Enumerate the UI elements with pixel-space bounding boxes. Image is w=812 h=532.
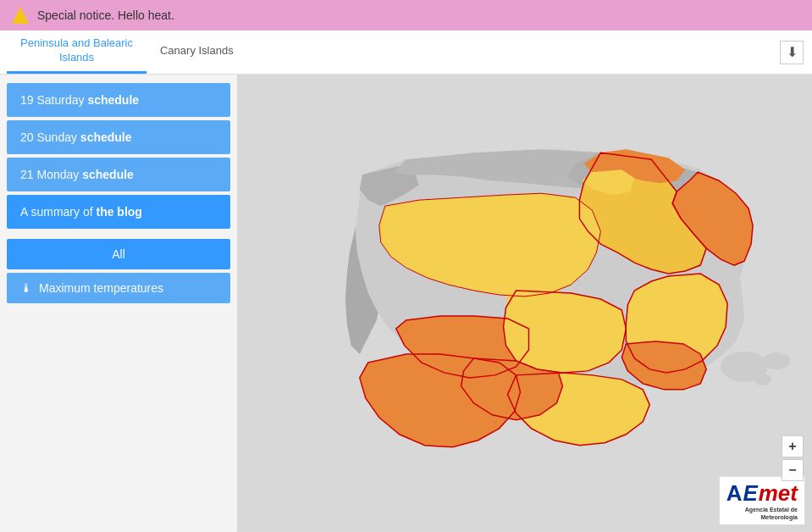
monday-schedule-item[interactable]: 21 Monday schedule <box>7 158 230 191</box>
svg-point-3 <box>763 352 790 369</box>
logo-e: E <box>743 480 757 507</box>
zoom-out-button[interactable]: − <box>782 459 804 481</box>
saturday-schedule-item[interactable]: 19 Saturday schedule <box>7 83 230 117</box>
filter-temp-label: Maximum temperatures <box>39 281 163 295</box>
filter-temperature-button[interactable]: 🌡 Maximum temperatures <box>7 273 230 303</box>
thermometer-icon: 🌡 <box>20 281 32 295</box>
blog-summary-item[interactable]: A summary of the blog <box>7 195 230 229</box>
notice-text: Special notice. Hello heat. <box>37 8 174 22</box>
saturday-day: Saturday <box>36 93 84 107</box>
notice-bar: Special notice. Hello heat. <box>0 0 812 30</box>
monday-day: Monday <box>36 168 79 181</box>
saturday-word: schedule <box>87 93 139 107</box>
svg-point-4 <box>754 374 771 385</box>
logo-subtitle: Agencia Estatal deMeteorología <box>726 507 798 521</box>
sidebar: 19 Saturday schedule 20 Sunday schedule … <box>0 75 237 532</box>
sunday-number: 20 <box>20 130 34 144</box>
logo-met: met <box>759 480 798 507</box>
warning-icon <box>12 7 29 24</box>
tab-canary[interactable]: Canary Islands <box>146 30 247 74</box>
sunday-word: schedule <box>80 130 132 144</box>
zoom-in-button[interactable]: + <box>782 435 804 457</box>
main-layout: 19 Saturday schedule 20 Sunday schedule … <box>0 75 812 532</box>
tab-bar: Peninsula and BalearicIslands Canary Isl… <box>0 30 812 75</box>
tab-peninsula[interactable]: Peninsula and BalearicIslands <box>7 30 146 74</box>
aemet-logo: A E met Agencia Estatal deMeteorología <box>719 476 805 525</box>
monday-word: schedule <box>82 168 134 181</box>
zoom-controls: + − <box>782 435 804 481</box>
spain-map <box>237 75 812 532</box>
filter-all-button[interactable]: All <box>7 239 230 269</box>
map-area: + − A E met Agencia Estatal deMeteorolog… <box>237 75 812 532</box>
saturday-number: 19 <box>20 93 34 107</box>
summary-prefix: A summary of <box>20 205 96 219</box>
sunday-day: Sunday <box>36 130 76 144</box>
monday-number: 21 <box>20 168 34 181</box>
sidebar-divider <box>0 230 237 237</box>
download-button[interactable]: ⬇ <box>780 41 804 64</box>
summary-bold: the blog <box>96 205 141 219</box>
logo-ae: A <box>726 480 743 507</box>
sunday-schedule-item[interactable]: 20 Sunday schedule <box>7 120 230 154</box>
